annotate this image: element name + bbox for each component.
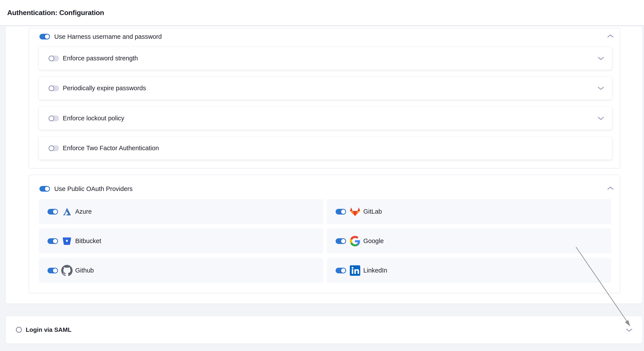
github-icon	[61, 265, 72, 276]
toggle-knob	[44, 34, 50, 40]
google-icon	[349, 236, 361, 247]
section-oauth-providers: Use Public OAuth Providers Azure	[28, 175, 620, 294]
oauth-providers-toggle[interactable]	[40, 186, 50, 192]
chevron-down-icon[interactable]	[598, 117, 604, 120]
provider-label: Bitbucket	[75, 238, 101, 244]
bitbucket-toggle[interactable]	[48, 238, 58, 244]
azure-toggle[interactable]	[48, 209, 58, 214]
two-factor-toggle[interactable]	[48, 146, 59, 151]
chevron-up-icon[interactable]	[607, 186, 614, 190]
toggle-knob	[48, 116, 54, 121]
expire-passwords-toggle[interactable]	[48, 86, 59, 91]
policy-row-two-factor[interactable]: Enforce Two Factor Authentication	[39, 137, 612, 160]
linkedin-icon	[349, 265, 361, 276]
toggle-knob	[340, 238, 346, 244]
toggle-knob	[48, 86, 54, 91]
username-password-toggle[interactable]	[40, 34, 50, 40]
toggle-knob	[340, 209, 346, 214]
toggle-knob	[48, 146, 54, 151]
toggle-knob	[52, 209, 58, 214]
password-strength-toggle[interactable]	[48, 56, 59, 61]
toggle-knob	[52, 268, 58, 274]
toggle-knob	[340, 268, 346, 274]
policy-row-label: Enforce password strength	[63, 55, 138, 62]
section-username-password: Use Harness username and password Enforc…	[28, 28, 620, 168]
saml-radio[interactable]	[16, 327, 22, 333]
policy-row-password-strength[interactable]: Enforce password strength	[39, 47, 612, 70]
saml-label: Login via SAML	[26, 326, 72, 333]
provider-label: Google	[363, 238, 384, 244]
chevron-down-icon[interactable]	[598, 86, 604, 90]
oauth-providers-label: Use Public OAuth Providers	[54, 185, 132, 192]
chevron-down-icon[interactable]	[598, 57, 604, 60]
toggle-knob	[44, 186, 50, 192]
provider-row-azure[interactable]: Azure	[39, 199, 323, 224]
provider-row-google[interactable]: Google	[327, 228, 611, 254]
lockout-policy-toggle[interactable]	[48, 116, 59, 121]
auth-settings-card: Use Harness username and password Enforc…	[6, 26, 642, 304]
provider-row-linkedin[interactable]: LinkedIn	[327, 258, 611, 283]
page-title: Authentication: Configuration	[7, 0, 104, 25]
bitbucket-icon	[61, 236, 72, 247]
provider-label: GitLab	[363, 208, 382, 215]
provider-row-github[interactable]: Github	[39, 258, 323, 283]
provider-label: LinkedIn	[363, 267, 387, 274]
gitlab-icon	[349, 206, 361, 217]
chevron-up-icon[interactable]	[607, 34, 614, 38]
provider-row-bitbucket[interactable]: Bitbucket	[39, 228, 323, 254]
policy-row-lockout-policy[interactable]: Enforce lockout policy	[39, 107, 612, 130]
saml-login-row[interactable]: Login via SAML	[6, 316, 642, 344]
policy-row-expire-passwords[interactable]: Periodically expire passwords	[39, 77, 612, 100]
policy-row-label: Enforce Two Factor Authentication	[63, 144, 159, 152]
linkedin-toggle[interactable]	[336, 268, 346, 274]
page-header: Authentication: Configuration	[0, 0, 644, 26]
toggle-knob	[52, 238, 58, 244]
github-toggle[interactable]	[48, 268, 58, 274]
policy-row-label: Periodically expire passwords	[63, 84, 146, 92]
provider-label: Github	[75, 267, 94, 274]
gitlab-toggle[interactable]	[336, 209, 346, 214]
provider-label: Azure	[75, 208, 92, 215]
policy-row-label: Enforce lockout policy	[63, 115, 124, 122]
provider-row-gitlab[interactable]: GitLab	[327, 199, 611, 224]
username-password-label: Use Harness username and password	[54, 33, 162, 40]
azure-icon	[61, 206, 72, 217]
google-toggle[interactable]	[336, 238, 346, 244]
toggle-knob	[48, 56, 54, 61]
chevron-down-icon[interactable]	[626, 328, 632, 332]
